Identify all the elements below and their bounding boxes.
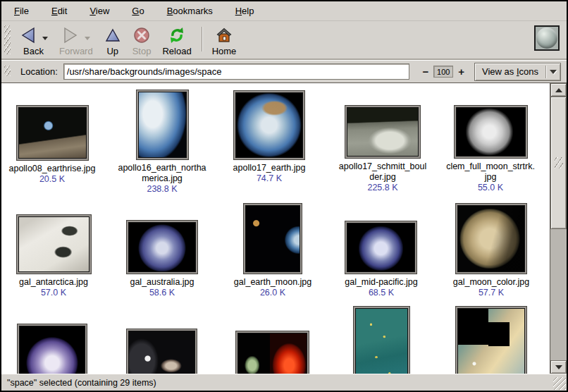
statusbar: "space" selected (containing 29 items) <box>1 374 567 391</box>
file-size: 57.0 K <box>1 288 113 298</box>
icon-view[interactable]: apollo08_earthrise.jpg20.5 Kapollo16_ear… <box>1 83 550 374</box>
file-size: 225.8 K <box>323 183 443 193</box>
back-history-chevron-icon[interactable] <box>42 37 48 40</box>
file-name: apollo17_earth.jpg <box>209 163 329 173</box>
toolbar-separator <box>202 27 202 51</box>
file-thumbnail[interactable] <box>17 106 88 160</box>
file-thumbnail[interactable] <box>354 307 409 374</box>
back-icon <box>19 26 37 44</box>
stop-button: Stop <box>127 23 157 59</box>
file-size: 57.7 K <box>431 288 550 298</box>
file-name: gal_mid-pacific.jpg <box>321 277 441 288</box>
file-name: gal_moon_color.jpg <box>431 277 550 288</box>
zoom-in-button[interactable]: + <box>455 66 467 77</box>
file-name: der.jpg <box>323 172 443 183</box>
back-button-label: Back <box>23 46 44 56</box>
forward-button-label: Forward <box>59 46 93 56</box>
throbber-sphere-icon <box>536 27 557 49</box>
up-button[interactable]: Up <box>99 23 127 59</box>
file-size: 74.7 K <box>209 173 329 184</box>
scrollbar-thumb[interactable] <box>550 97 567 229</box>
file-name: clem_full_moon_strtrk. <box>431 161 550 172</box>
file-label[interactable]: gal_australia.jpg58.6 K <box>102 277 222 298</box>
file-label[interactable]: apollo17_schmitt_boulder.jpg225.8 K <box>323 161 443 193</box>
scrollbar-grip-icon <box>555 157 563 169</box>
location-label: Location: <box>20 66 58 77</box>
chevron-down-icon <box>546 63 560 80</box>
file-label[interactable]: apollo17_earth.jpg74.7 K <box>209 163 329 184</box>
file-thumbnail[interactable] <box>18 324 87 374</box>
file-thumbnail[interactable] <box>345 106 420 158</box>
file-thumbnail[interactable] <box>127 221 197 274</box>
file-thumbnail[interactable] <box>345 221 416 274</box>
back-button[interactable]: Back <box>13 23 54 59</box>
file-thumbnail[interactable] <box>455 106 527 158</box>
file-size: 58.6 K <box>102 288 222 298</box>
file-size: 68.5 K <box>321 288 441 298</box>
file-name: apollo16_earth_northa <box>102 163 222 173</box>
zoom-level-indicator[interactable]: 100 <box>433 66 453 78</box>
file-name: apollo08_earthrise.jpg <box>1 164 112 174</box>
up-button-label: Up <box>106 46 118 56</box>
scroll-down-button[interactable] <box>550 360 567 374</box>
toolbar-drag-handle[interactable] <box>4 25 11 54</box>
file-name: jpg <box>431 172 550 183</box>
home-button-label: Home <box>212 46 237 56</box>
file-label[interactable]: apollo08_earthrise.jpg20.5 K <box>1 164 112 185</box>
file-name: gal_earth_moon.jpg <box>213 277 333 288</box>
status-text: "space" selected (containing 29 items) <box>1 378 156 388</box>
forward-button: Forward <box>54 23 99 59</box>
menubar: FileEditViewGoBookmarksHelp <box>1 1 567 21</box>
location-input[interactable] <box>63 63 410 80</box>
location-bar-drag-handle[interactable] <box>4 66 11 76</box>
up-icon <box>104 26 121 44</box>
reload-button-label: Reload <box>162 46 191 56</box>
file-label[interactable]: apollo16_earth_northamerica.jpg238.8 K <box>102 163 222 195</box>
menu-bookmarks[interactable]: Bookmarks <box>160 3 220 19</box>
arrow-down-icon <box>555 365 562 369</box>
file-size: 20.5 K <box>1 174 112 185</box>
file-label[interactable]: clem_full_moon_strtrk.jpg55.0 K <box>431 161 550 193</box>
home-button[interactable]: Home <box>206 23 242 59</box>
file-size: 238.8 K <box>102 184 222 195</box>
file-manager-window: FileEditViewGoBookmarksHelp Back <box>0 0 568 392</box>
file-thumbnail[interactable] <box>456 204 526 274</box>
arrow-up-icon <box>555 88 562 92</box>
reload-button[interactable]: Reload <box>156 23 197 59</box>
file-thumbnail[interactable] <box>456 307 526 374</box>
home-icon <box>215 26 233 44</box>
view-as-dropdown[interactable]: View as Icons <box>474 63 561 81</box>
file-size: 55.0 K <box>431 183 550 193</box>
file-thumbnail[interactable] <box>236 331 309 374</box>
file-label[interactable]: gal_moon_color.jpg57.7 K <box>431 277 550 298</box>
scroll-up-button[interactable] <box>550 83 567 97</box>
menu-help[interactable]: Help <box>228 3 261 19</box>
file-label[interactable]: gal_earth_moon.jpg26.0 K <box>213 277 333 298</box>
resize-grip[interactable] <box>553 377 566 390</box>
view-as-label: View as Icons <box>475 63 545 80</box>
file-size: 26.0 K <box>213 288 333 298</box>
file-label[interactable]: gal_antarctica.jpg57.0 K <box>1 277 113 298</box>
scrollbar-track[interactable] <box>550 97 567 360</box>
file-thumbnail[interactable] <box>234 91 304 159</box>
menu-file[interactable]: File <box>7 3 36 19</box>
menu-view[interactable]: View <box>82 3 116 19</box>
toolbar: Back Forward <box>1 21 567 61</box>
file-thumbnail[interactable] <box>137 90 188 159</box>
file-thumbnail[interactable] <box>127 329 197 374</box>
file-name: apollo17_schmitt_boul <box>323 161 443 172</box>
forward-icon <box>61 26 80 44</box>
forward-history-chevron-icon <box>85 37 90 40</box>
zoom-out-button[interactable]: − <box>419 66 431 77</box>
file-thumbnail[interactable] <box>17 215 91 274</box>
menu-go[interactable]: Go <box>125 3 151 19</box>
vertical-scrollbar[interactable] <box>550 83 567 374</box>
file-name: merica.jpg <box>102 173 222 184</box>
location-bar: Location: − 100 + View as Icons <box>1 61 567 83</box>
file-thumbnail[interactable] <box>244 204 302 274</box>
file-label[interactable]: gal_mid-pacific.jpg68.5 K <box>321 277 441 298</box>
menu-edit[interactable]: Edit <box>44 3 74 19</box>
stop-button-label: Stop <box>132 46 152 56</box>
file-name: gal_australia.jpg <box>102 277 222 288</box>
reload-icon <box>167 26 187 44</box>
